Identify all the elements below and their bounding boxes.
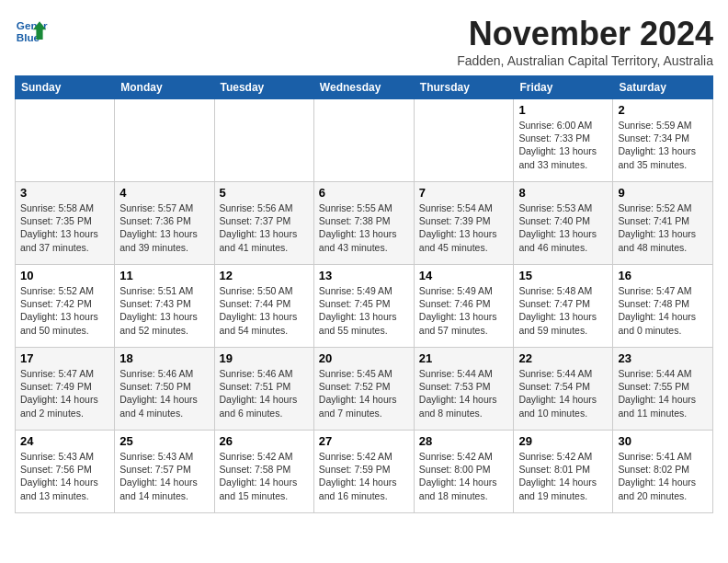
column-header-friday: Friday	[514, 76, 613, 99]
column-header-monday: Monday	[115, 76, 214, 99]
day-number: 29	[518, 434, 608, 448]
calendar-cell: 28Sunrise: 5:42 AM Sunset: 8:00 PM Dayli…	[414, 431, 514, 513]
day-info: Sunrise: 5:43 AM Sunset: 7:57 PM Dayligh…	[119, 450, 209, 502]
calendar-cell: 21Sunrise: 5:44 AM Sunset: 7:53 PM Dayli…	[414, 348, 514, 431]
calendar-cell	[414, 99, 514, 182]
location-subtitle: Fadden, Australian Capital Territory, Au…	[457, 53, 713, 68]
calendar-cell: 17Sunrise: 5:47 AM Sunset: 7:49 PM Dayli…	[16, 348, 115, 431]
column-header-tuesday: Tuesday	[214, 76, 313, 99]
calendar-cell	[115, 99, 214, 182]
day-number: 22	[518, 351, 608, 365]
day-info: Sunrise: 5:58 AM Sunset: 7:35 PM Dayligh…	[20, 201, 109, 254]
day-number: 3	[20, 186, 109, 200]
day-number: 12	[220, 269, 309, 282]
calendar-cell: 1Sunrise: 6:00 AM Sunset: 7:33 PM Daylig…	[514, 99, 613, 182]
logo-icon: General Blue	[15, 15, 48, 48]
calendar-header-row: SundayMondayTuesdayWednesdayThursdayFrid…	[16, 76, 713, 99]
calendar-cell: 20Sunrise: 5:45 AM Sunset: 7:52 PM Dayli…	[313, 348, 414, 431]
day-number: 9	[618, 186, 708, 200]
day-number: 14	[419, 269, 509, 282]
calendar-week-3: 10Sunrise: 5:52 AM Sunset: 7:42 PM Dayli…	[16, 265, 713, 348]
day-info: Sunrise: 5:42 AM Sunset: 8:01 PM Dayligh…	[518, 450, 608, 502]
calendar-cell: 29Sunrise: 5:42 AM Sunset: 8:01 PM Dayli…	[514, 431, 613, 513]
calendar-table: SundayMondayTuesdayWednesdayThursdayFrid…	[15, 75, 713, 513]
day-number: 27	[319, 434, 409, 448]
title-block: November 2024 Fadden, Australian Capital…	[457, 15, 713, 68]
logo: General Blue	[15, 15, 48, 48]
day-number: 2	[618, 103, 708, 117]
calendar-cell: 27Sunrise: 5:42 AM Sunset: 7:59 PM Dayli…	[313, 431, 414, 513]
day-info: Sunrise: 5:44 AM Sunset: 7:55 PM Dayligh…	[618, 367, 708, 419]
day-number: 20	[319, 351, 409, 365]
svg-text:General: General	[17, 19, 48, 31]
day-info: Sunrise: 5:44 AM Sunset: 7:53 PM Dayligh…	[419, 367, 509, 419]
day-info: Sunrise: 5:54 AM Sunset: 7:39 PM Dayligh…	[419, 201, 509, 254]
day-number: 13	[319, 269, 409, 282]
day-info: Sunrise: 5:59 AM Sunset: 7:34 PM Dayligh…	[618, 119, 708, 171]
calendar-cell: 23Sunrise: 5:44 AM Sunset: 7:55 PM Dayli…	[613, 348, 713, 431]
day-info: Sunrise: 5:52 AM Sunset: 7:42 PM Dayligh…	[20, 284, 109, 337]
calendar-week-1: 1Sunrise: 6:00 AM Sunset: 7:33 PM Daylig…	[16, 99, 713, 182]
day-number: 11	[119, 269, 209, 282]
day-number: 5	[220, 186, 309, 200]
calendar-cell: 6Sunrise: 5:55 AM Sunset: 7:38 PM Daylig…	[313, 182, 414, 265]
day-number: 17	[20, 351, 109, 365]
day-info: Sunrise: 5:57 AM Sunset: 7:36 PM Dayligh…	[119, 201, 209, 254]
calendar-week-2: 3Sunrise: 5:58 AM Sunset: 7:35 PM Daylig…	[16, 182, 713, 265]
day-info: Sunrise: 5:53 AM Sunset: 7:40 PM Dayligh…	[518, 201, 608, 254]
day-info: Sunrise: 5:41 AM Sunset: 8:02 PM Dayligh…	[618, 450, 708, 502]
day-info: Sunrise: 5:50 AM Sunset: 7:44 PM Dayligh…	[220, 284, 309, 337]
day-info: Sunrise: 5:52 AM Sunset: 7:41 PM Dayligh…	[618, 201, 708, 254]
calendar-week-4: 17Sunrise: 5:47 AM Sunset: 7:49 PM Dayli…	[16, 348, 713, 431]
calendar-cell: 10Sunrise: 5:52 AM Sunset: 7:42 PM Dayli…	[16, 265, 115, 348]
day-number: 15	[518, 269, 608, 282]
column-header-thursday: Thursday	[414, 76, 514, 99]
calendar-cell	[214, 99, 313, 182]
day-info: Sunrise: 5:46 AM Sunset: 7:50 PM Dayligh…	[119, 367, 209, 419]
calendar-cell: 13Sunrise: 5:49 AM Sunset: 7:45 PM Dayli…	[313, 265, 414, 348]
day-info: Sunrise: 5:42 AM Sunset: 7:59 PM Dayligh…	[319, 450, 409, 502]
day-number: 16	[618, 269, 708, 282]
day-number: 18	[119, 351, 209, 365]
day-number: 25	[119, 434, 209, 448]
calendar-cell: 16Sunrise: 5:47 AM Sunset: 7:48 PM Dayli…	[613, 265, 713, 348]
calendar-cell: 4Sunrise: 5:57 AM Sunset: 7:36 PM Daylig…	[115, 182, 214, 265]
day-info: Sunrise: 5:49 AM Sunset: 7:46 PM Dayligh…	[419, 284, 509, 337]
month-title: November 2024	[457, 15, 713, 53]
day-number: 1	[518, 103, 608, 117]
calendar-cell: 5Sunrise: 5:56 AM Sunset: 7:37 PM Daylig…	[214, 182, 313, 265]
day-number: 21	[419, 351, 509, 365]
day-info: Sunrise: 5:45 AM Sunset: 7:52 PM Dayligh…	[319, 367, 409, 419]
day-info: Sunrise: 5:48 AM Sunset: 7:47 PM Dayligh…	[518, 284, 608, 337]
calendar-cell: 18Sunrise: 5:46 AM Sunset: 7:50 PM Dayli…	[115, 348, 214, 431]
day-number: 30	[618, 434, 708, 448]
calendar-cell: 22Sunrise: 5:44 AM Sunset: 7:54 PM Dayli…	[514, 348, 613, 431]
calendar-cell: 8Sunrise: 5:53 AM Sunset: 7:40 PM Daylig…	[514, 182, 613, 265]
calendar-cell	[313, 99, 414, 182]
day-number: 10	[20, 269, 109, 282]
day-number: 4	[119, 186, 209, 200]
calendar-cell: 14Sunrise: 5:49 AM Sunset: 7:46 PM Dayli…	[414, 265, 514, 348]
day-info: Sunrise: 5:49 AM Sunset: 7:45 PM Dayligh…	[319, 284, 409, 337]
page-header: General Blue November 2024 Fadden, Austr…	[15, 15, 713, 68]
day-info: Sunrise: 5:56 AM Sunset: 7:37 PM Dayligh…	[220, 201, 309, 254]
calendar-cell: 7Sunrise: 5:54 AM Sunset: 7:39 PM Daylig…	[414, 182, 514, 265]
calendar-cell: 26Sunrise: 5:42 AM Sunset: 7:58 PM Dayli…	[214, 431, 313, 513]
column-header-sunday: Sunday	[16, 76, 115, 99]
day-number: 24	[20, 434, 109, 448]
calendar-cell: 30Sunrise: 5:41 AM Sunset: 8:02 PM Dayli…	[613, 431, 713, 513]
calendar-cell: 11Sunrise: 5:51 AM Sunset: 7:43 PM Dayli…	[115, 265, 214, 348]
day-info: Sunrise: 5:47 AM Sunset: 7:49 PM Dayligh…	[20, 367, 109, 419]
day-info: Sunrise: 5:42 AM Sunset: 7:58 PM Dayligh…	[220, 450, 309, 502]
calendar-cell: 24Sunrise: 5:43 AM Sunset: 7:56 PM Dayli…	[16, 431, 115, 513]
day-info: Sunrise: 5:46 AM Sunset: 7:51 PM Dayligh…	[220, 367, 309, 419]
day-info: Sunrise: 5:43 AM Sunset: 7:56 PM Dayligh…	[20, 450, 109, 502]
day-number: 26	[220, 434, 309, 448]
day-info: Sunrise: 5:55 AM Sunset: 7:38 PM Dayligh…	[319, 201, 409, 254]
calendar-week-5: 24Sunrise: 5:43 AM Sunset: 7:56 PM Dayli…	[16, 431, 713, 513]
day-number: 7	[419, 186, 509, 200]
day-info: Sunrise: 5:51 AM Sunset: 7:43 PM Dayligh…	[119, 284, 209, 337]
calendar-cell	[16, 99, 115, 182]
calendar-cell: 25Sunrise: 5:43 AM Sunset: 7:57 PM Dayli…	[115, 431, 214, 513]
calendar-cell: 19Sunrise: 5:46 AM Sunset: 7:51 PM Dayli…	[214, 348, 313, 431]
